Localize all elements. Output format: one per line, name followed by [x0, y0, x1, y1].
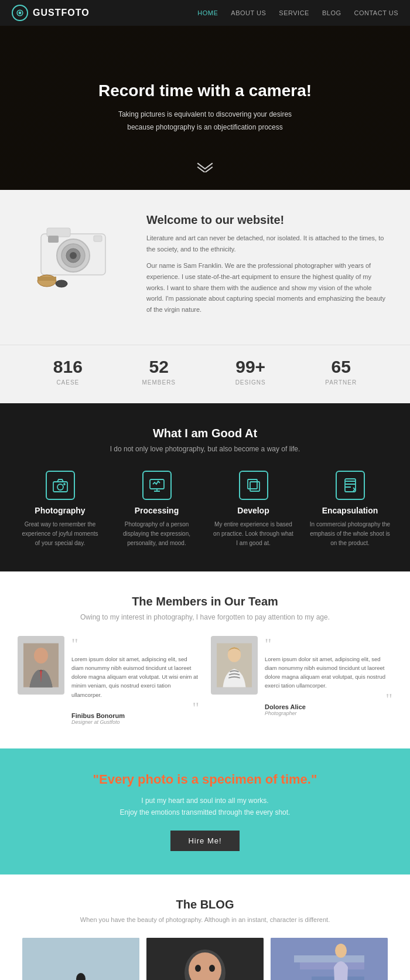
team-section: The Members in Our Team Owing to my inte… — [0, 571, 410, 748]
svg-point-14 — [57, 484, 63, 490]
blog-title: The BLOG — [18, 898, 392, 911]
quote-end: " — [311, 772, 317, 787]
nav-home[interactable]: HOME — [197, 9, 218, 16]
member-1-quote: Lorem ipsum dolor sit amet, adipiscing e… — [71, 655, 199, 699]
svg-rect-3 — [47, 228, 70, 237]
nav-contact[interactable]: CONTACT US — [354, 9, 399, 16]
close-quote-1: " — [71, 704, 199, 712]
svg-point-41 — [335, 944, 347, 958]
svg-rect-9 — [48, 236, 59, 243]
hero-section: Record time with a camera! Taking pictur… — [0, 26, 410, 190]
hero-line2: because photography is an objectificatio… — [127, 121, 283, 134]
logo-text: GUSTFOTO — [33, 8, 90, 18]
blog-img-2 — [146, 938, 264, 980]
skill-photography-title: Photography — [19, 506, 101, 515]
blog-grid: Do not ignore the details of the shootin… — [18, 938, 392, 980]
blog-photo-2 — [146, 938, 264, 980]
member-1-name: Finibus Bonorum — [71, 712, 199, 719]
close-quote-2: " — [265, 695, 392, 703]
svg-rect-17 — [248, 479, 257, 489]
stat-cases-number: 816 — [53, 357, 83, 377]
logo-icon — [12, 5, 28, 21]
camera-illustration — [23, 213, 129, 290]
member-1-info: " Lorem ipsum dolor sit amet, adipiscing… — [71, 636, 199, 725]
blog-post-2[interactable]: Looking for a special shooting direction… — [146, 938, 264, 980]
camera-logo-svg — [15, 8, 25, 18]
svg-rect-35 — [294, 955, 364, 962]
team-subtitle: Owing to my interest in photography, I h… — [18, 613, 392, 621]
stat-designs-number: 99+ — [235, 357, 266, 377]
blog-section: The BLOG When you have the beauty of pho… — [0, 874, 410, 980]
chevron-down-icon — [196, 161, 214, 172]
svg-point-32 — [209, 965, 215, 972]
stats-section: 816 CAESE 52 MEMBERS 99+ DESIGNS 65 PART… — [0, 345, 410, 403]
stat-designs: 99+ DESIGNS — [235, 357, 266, 386]
camera-icon — [52, 477, 69, 494]
blog-post-1[interactable]: Do not ignore the details of the shootin… — [22, 938, 139, 980]
camera-skill-icon — [46, 471, 75, 500]
stat-cases-label: CAESE — [53, 379, 83, 386]
open-quote-1: " — [71, 636, 199, 652]
nav-about[interactable]: ABOUT US — [231, 9, 266, 16]
layers-skill-icon — [239, 471, 268, 500]
skills-title: What I am Good At — [12, 427, 398, 440]
blog-img-3 — [271, 938, 388, 980]
member-2-quote: Lorem ipsum dolor sit amet, adipiscing e… — [265, 655, 392, 690]
blog-photo-1 — [22, 938, 139, 980]
blog-photo-3 — [271, 938, 388, 980]
member-1-photo — [23, 642, 59, 689]
svg-point-12 — [56, 280, 67, 287]
svg-rect-18 — [250, 482, 259, 491]
member-2-name: Dolores Alice — [265, 703, 392, 710]
nav-links: HOME ABOUT US SERVICE BLOG CONTACT US — [197, 9, 398, 16]
skills-subtitle: I do not only love photography, but also… — [12, 445, 398, 453]
svg-rect-11 — [37, 277, 56, 281]
nav-service[interactable]: SERVICE — [279, 9, 309, 16]
svg-rect-8 — [94, 236, 102, 241]
hire-me-button[interactable]: Hire Me! — [170, 831, 239, 851]
skills-section: What I am Good At I do not only love pho… — [0, 403, 410, 571]
monitor-icon — [149, 477, 165, 494]
about-title: Welcome to our website! — [146, 213, 387, 227]
hero-line1: Taking pictures is equivalent to discove… — [118, 108, 292, 121]
skill-processing: Processing Photography of a person displ… — [116, 471, 198, 548]
main-quote: "Every photo is a specimen of time." — [23, 772, 387, 787]
member-2-avatar — [211, 636, 258, 695]
quote-start: "Every photo is — [93, 772, 192, 787]
stat-partner: 65 PARTNER — [325, 357, 357, 386]
book-icon — [342, 477, 358, 494]
stat-members-number: 52 — [142, 357, 176, 377]
open-quote-2: " — [265, 636, 392, 652]
layers-icon — [245, 477, 262, 494]
blog-post-3[interactable]: Learn to get any scene — [271, 938, 388, 980]
navbar: GUSTFOTO HOME ABOUT US SERVICE BLOG CONT… — [0, 0, 410, 26]
blog-img-1 — [22, 938, 139, 980]
svg-point-31 — [195, 965, 201, 972]
member-2-title: Photographer — [265, 710, 392, 716]
quote-banner: "Every photo is a specimen of time." I p… — [0, 748, 410, 874]
skill-develop: Develop My entire experience is based on… — [213, 471, 295, 548]
stat-members: 52 MEMBERS — [142, 357, 176, 386]
svg-rect-36 — [300, 962, 364, 969]
hero-title: Record time with a camera! — [98, 81, 312, 100]
nav-blog[interactable]: BLOG — [322, 9, 341, 16]
skill-encapsulation: Encapsulation In commercial photography … — [309, 471, 391, 548]
logo[interactable]: GUSTFOTO — [12, 5, 90, 21]
svg-point-21 — [34, 648, 48, 663]
skill-develop-desc: My entire experience is based on practic… — [213, 520, 295, 548]
member-1-avatar — [18, 636, 64, 695]
team-member-2: " Lorem ipsum dolor sit amet, adipiscing… — [211, 636, 392, 725]
member-1-title: Designer at Gustfoto — [71, 719, 199, 725]
svg-point-15 — [64, 484, 65, 485]
scroll-chevron[interactable] — [196, 161, 214, 172]
member-2-info: " Lorem ipsum dolor sit amet, adipiscing… — [265, 636, 392, 716]
blog-subtitle: When you have the beauty of photography.… — [18, 916, 392, 923]
monitor-skill-icon — [142, 471, 172, 500]
skill-encapsulation-desc: In commercial photography the emphasis o… — [309, 520, 391, 548]
quote-highlight: a specimen of time. — [192, 772, 311, 787]
skill-encapsulation-title: Encapsulation — [309, 506, 391, 515]
team-title: The Members in Our Team — [18, 595, 392, 608]
stat-members-label: MEMBERS — [142, 379, 176, 386]
about-section: Welcome to our website! Literature and a… — [0, 190, 410, 345]
about-quote: Literature and art can never be detached… — [146, 233, 387, 254]
